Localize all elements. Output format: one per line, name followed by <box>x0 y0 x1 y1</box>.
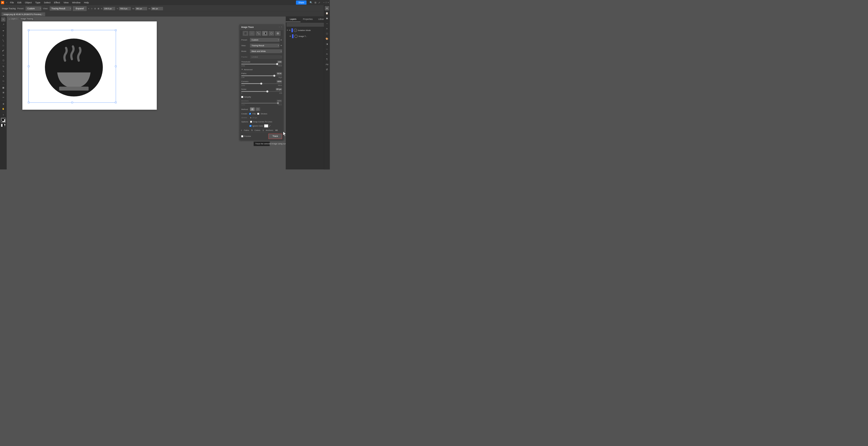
menu-object[interactable]: Object <box>24 1 33 4</box>
warp-tool[interactable]: 〜 <box>1 79 5 83</box>
line-tool[interactable]: ╲ <box>1 38 5 43</box>
handle-tl[interactable] <box>28 29 29 31</box>
layers-search[interactable]: ▽ <box>286 23 329 27</box>
menu-select[interactable]: Select <box>43 1 51 4</box>
panel-minimize-icon[interactable]: ─ <box>279 26 280 28</box>
align-panel-icon[interactable]: ≡ <box>325 27 329 31</box>
rect-tool[interactable]: □ <box>1 43 5 48</box>
auto-color-icon-btn[interactable]: ⬛ <box>243 31 248 36</box>
panel-view-eye-icon[interactable]: 👁 <box>280 44 282 47</box>
panel-preset-menu-icon[interactable]: ☰ <box>280 39 282 41</box>
corners-track[interactable] <box>241 83 282 84</box>
handle-bl[interactable] <box>28 102 29 103</box>
direct-select-tool[interactable]: ↗ <box>1 22 5 27</box>
strokes-checkbox[interactable] <box>257 113 259 115</box>
sublayer-visibility-icon[interactable]: 👁 <box>289 35 291 37</box>
layer-expand-icon[interactable]: ▼ <box>286 29 288 31</box>
method-abutting-btn[interactable] <box>250 108 254 111</box>
scale-tool[interactable]: ⤡ <box>1 69 5 73</box>
pathfinder-panel-icon[interactable]: ⬡ <box>325 31 329 36</box>
layers-search-input[interactable] <box>288 24 326 26</box>
panel-close-icon[interactable]: × <box>281 26 282 28</box>
h-input[interactable] <box>151 7 163 10</box>
share-button[interactable]: Share <box>296 1 307 5</box>
isolation-mode-layer[interactable]: ▼ 👁 Ai Isolation Mode 🔒 <box>286 27 330 33</box>
window-controls[interactable]: ─ □ × <box>323 1 329 4</box>
handle-br[interactable] <box>115 102 117 103</box>
type-panel-icon[interactable]: A <box>325 52 329 56</box>
view-select[interactable]: Tracing Result <box>50 6 71 10</box>
menu-help[interactable]: Help <box>83 1 90 4</box>
expand-icon[interactable]: ⤢ <box>318 1 320 4</box>
eyedropper-icon[interactable]: 🖊 <box>269 125 271 127</box>
gradient-panel-icon[interactable]: ◑ <box>325 42 329 46</box>
fills-checkbox[interactable] <box>249 113 251 115</box>
expand-button[interactable]: Expand <box>73 6 87 11</box>
breadcrumb-layer[interactable]: Layer 1 <box>11 18 17 20</box>
advanced-row[interactable]: ▼ Advanced <box>240 68 283 71</box>
panel-mode-select[interactable]: Black and White <box>250 49 282 53</box>
menu-effect[interactable]: Effect <box>53 1 61 4</box>
handle-bm[interactable] <box>71 102 73 103</box>
paintbrush-tool[interactable]: 🖌 <box>1 48 5 53</box>
hand-tool[interactable]: ✋ <box>1 107 5 111</box>
tab-close-icon[interactable]: × <box>42 13 43 15</box>
properties-panel-icon[interactable]: 📋 <box>325 11 329 16</box>
photo-icon-btn[interactable] <box>249 31 254 36</box>
search-icon[interactable]: 🔍 <box>310 1 312 4</box>
ignore-color-swatch[interactable] <box>264 124 268 127</box>
simplify-checkbox[interactable] <box>241 96 243 98</box>
color-mode-icon[interactable] <box>1 123 5 127</box>
threshold-track[interactable] <box>241 64 282 64</box>
y-input[interactable] <box>119 7 131 10</box>
threshold-thumb[interactable] <box>276 63 278 65</box>
eraser-tool[interactable]: ◻ <box>1 58 5 62</box>
paragraph-panel-icon[interactable]: ¶ <box>325 57 329 61</box>
ignore-color-checkbox[interactable] <box>249 125 251 127</box>
panel-preset-select[interactable]: Custom <box>250 38 280 41</box>
menu-type[interactable]: Type <box>35 1 41 4</box>
home-icon[interactable]: ⌂ <box>6 1 7 4</box>
graph-tool[interactable]: ▦ <box>1 86 5 90</box>
transform-icon[interactable]: ⊹ <box>91 7 93 10</box>
layers-panel-icon[interactable]: ⊞ <box>325 6 329 10</box>
wand-icon[interactable]: ⌖ <box>88 7 89 10</box>
w-input[interactable] <box>135 7 147 10</box>
rotate-tool[interactable]: ↻ <box>1 64 5 69</box>
sketch-icon-btn[interactable] <box>256 31 261 36</box>
paths-track[interactable] <box>241 76 282 76</box>
snap-checkbox[interactable] <box>250 121 252 123</box>
zoom-tool[interactable]: ⊕ <box>1 102 5 106</box>
align-v-icon[interactable]: ⊠ <box>98 7 99 10</box>
maximize-icon[interactable]: □ <box>326 1 327 4</box>
stroke-panel-icon[interactable]: ─ <box>325 47 329 51</box>
puppet-tool[interactable]: ✦ <box>1 74 5 79</box>
handle-ml[interactable] <box>28 66 29 67</box>
pen-tool[interactable]: ✒ <box>1 29 5 33</box>
select-tool[interactable]: ↖ <box>1 17 5 22</box>
grid-icon[interactable]: ⊞ <box>314 1 316 4</box>
panel-view-select[interactable]: Tracing Result <box>250 43 279 47</box>
document-tab[interactable]: image.png @ 45.86 % (RGB/CPU Preview) × <box>2 12 45 16</box>
tab-properties[interactable]: Properties <box>301 17 315 22</box>
appearance-panel-icon[interactable]: ⬟ <box>325 16 329 21</box>
silhouette-icon-btn[interactable] <box>275 31 281 36</box>
question-icon[interactable]: ? <box>1 113 5 117</box>
pencil-tool[interactable]: ✏ <box>1 53 5 58</box>
noise-track[interactable] <box>241 91 282 92</box>
menu-window[interactable]: Window <box>71 1 81 4</box>
artboard-tool[interactable]: ⊞ <box>1 90 5 95</box>
layer-visibility-icon[interactable]: 👁 <box>289 29 291 31</box>
close-icon[interactable]: × <box>328 1 329 4</box>
preview-checkbox[interactable] <box>241 135 243 138</box>
minimize-icon[interactable]: ─ <box>323 1 324 4</box>
outline-icon-btn[interactable] <box>269 31 274 36</box>
tab-layers[interactable]: Layers <box>286 17 301 22</box>
opentype-panel-icon[interactable]: Ø <box>325 67 329 72</box>
method-overlapping-btn[interactable] <box>256 108 260 111</box>
paths-thumb[interactable] <box>273 75 276 77</box>
image-t-layer[interactable]: 👁 Image T... 🔒 <box>286 33 330 39</box>
type-tool[interactable]: T <box>1 34 5 38</box>
character-panel-icon[interactable]: Aa <box>325 62 329 67</box>
corners-thumb[interactable] <box>260 83 262 85</box>
